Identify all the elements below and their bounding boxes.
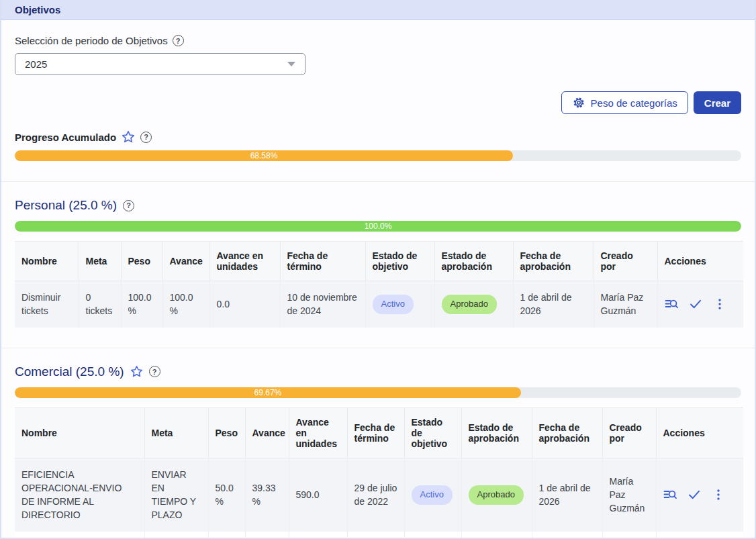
col-avance-unidades: Avance en unidades [289,407,347,458]
section-progress-value: 100.0% [365,221,392,232]
row-actions [665,297,737,311]
col-creado-por: Creado por [594,242,657,281]
cell-nombre: Disminuir tickets [15,281,79,328]
cell-creado-por: María Paz Guzmán [602,458,656,532]
cell-meta: 100 [144,532,208,539]
table-row: Boletas rendidas 100 50.0 % 120.0 % 120.… [15,532,743,539]
overall-progress-bar: 68.58% [15,150,741,161]
section-divider [1,348,755,348]
cell-fecha-termino: 10 de noviembre de 2024 [280,281,365,328]
cell-avance: 120.0 % [245,532,289,539]
cell-peso: 50.0 % [208,532,245,539]
cell-avance-unidades: 590.0 [289,458,347,532]
col-estado-objetivo: Estado de objetivo [365,242,434,281]
view-details-icon[interactable] [665,297,678,311]
table-header-row: Nombre Meta Peso Avance Avance en unidad… [15,407,743,458]
section-title: Comercial (25.0 %) [15,364,124,379]
chevron-down-icon [287,62,295,66]
more-options-icon[interactable] [713,297,726,311]
section-divider [1,181,755,182]
star-icon[interactable] [122,130,135,144]
personal-objectives-table: Nombre Meta Peso Avance Avance en unidad… [15,241,743,328]
row-actions [663,488,737,501]
section-progress-value: 69.67% [254,387,282,398]
table-row: Disminuir tickets 0 tickets 100.0 % 100.… [15,281,743,328]
category-weights-button-label: Peso de categorías [591,97,677,109]
table-row: EFICIENCIA OPERACIONAL-ENVIO DE INFORME … [15,458,743,532]
table-header-row: Nombre Meta Peso Avance Avance en unidad… [15,242,743,281]
help-icon[interactable]: ? [123,200,134,211]
col-meta: Meta [79,242,121,281]
view-details-icon[interactable] [663,488,677,501]
col-estado-aprobacion: Estado de aprobación [434,242,513,281]
status-badge-active: Activo [412,485,453,505]
col-nombre: Nombre [15,242,79,281]
section-title: Personal (25.0 %) [15,198,117,213]
status-badge-active: Activo [373,295,414,314]
cell-fecha-aprobacion: 1 de abril de 2026 [513,281,594,328]
cell-fecha-aprobacion: 23 de marzo de 2026 [532,532,602,539]
cell-meta: 0 tickets [79,281,121,328]
col-acciones: Acciones [657,242,743,281]
col-avance-unidades: Avance en unidades [209,242,280,281]
col-fecha-termino: Fecha de término [347,407,404,458]
col-fecha-termino: Fecha de término [280,242,365,281]
gear-icon [572,96,585,109]
col-meta: Meta [144,407,208,458]
cell-fecha-aprobacion: 1 de abril de 2026 [532,458,602,532]
help-icon[interactable]: ? [140,132,152,143]
cell-creado-por: María Paz Guzmán [602,532,656,539]
page-title: Objetivos [15,4,60,15]
col-acciones: Acciones [656,407,743,458]
period-select-label: Selección de periodo de Objetivos [15,35,168,46]
create-button[interactable]: Crear [694,91,741,114]
cell-avance: 39.33 % [245,458,289,532]
overall-progress-title: Progreso Acumulado [15,132,116,143]
cell-creado-por: María Paz Guzmán [594,281,657,328]
col-avance: Avance [245,407,289,458]
section-progress-bar: 69.67% [15,387,741,398]
overall-progress-value: 68.58% [250,150,278,161]
col-peso: Peso [208,407,245,458]
cell-meta: ENVIAR EN TIEMPO Y PLAZO [144,458,208,532]
cell-fecha-termino: 6 de octubre de 2024 [347,532,404,539]
col-fecha-aprobacion: Fecha de aprobación [532,407,602,458]
period-select[interactable]: 2025 [15,53,305,75]
approve-check-icon[interactable] [688,488,701,501]
cell-nombre: Boletas rendidas [15,532,144,539]
section-comercial: Comercial (25.0 %) ? 69.67% [15,364,741,539]
comercial-objectives-table: Nombre Meta Peso Avance Avance en unidad… [15,407,743,539]
more-options-icon[interactable] [712,488,725,501]
approve-check-icon[interactable] [689,297,702,311]
status-badge-approved: Aprobado [469,485,524,505]
cell-avance-unidades: 120.0 [289,532,347,539]
period-select-value: 2025 [25,58,47,70]
category-weights-button[interactable]: Peso de categorías [561,91,688,114]
cell-avance: 100.0 % [162,281,209,328]
help-icon[interactable]: ? [149,366,160,377]
col-estado-objetivo: Estado de objetivo [404,407,461,458]
page-header: Objetivos [1,0,755,20]
section-personal: Personal (25.0 %) ? 100.0% Nombre Meta [15,198,741,328]
col-estado-aprobacion: Estado de aprobación [461,407,532,458]
cell-nombre: EFICIENCIA OPERACIONAL-ENVIO DE INFORME … [15,458,144,532]
col-fecha-aprobacion: Fecha de aprobación [513,242,594,281]
cell-peso: 50.0 % [208,458,245,532]
col-avance: Avance [162,242,209,281]
objectives-page: Objetivos Selección de periodo de Objeti… [0,0,756,539]
col-nombre: Nombre [15,407,144,458]
status-badge-approved: Aprobado [442,295,497,314]
col-creado-por: Creado por [602,407,656,458]
cell-fecha-termino: 29 de julio de 2022 [347,458,404,532]
create-button-label: Crear [704,97,730,109]
star-icon[interactable] [130,365,143,378]
cell-peso: 100.0 % [121,281,162,328]
col-peso: Peso [121,242,162,281]
cell-avance-unidades: 0.0 [209,281,280,328]
section-progress-bar: 100.0% [15,221,741,232]
help-icon[interactable]: ? [173,35,184,46]
